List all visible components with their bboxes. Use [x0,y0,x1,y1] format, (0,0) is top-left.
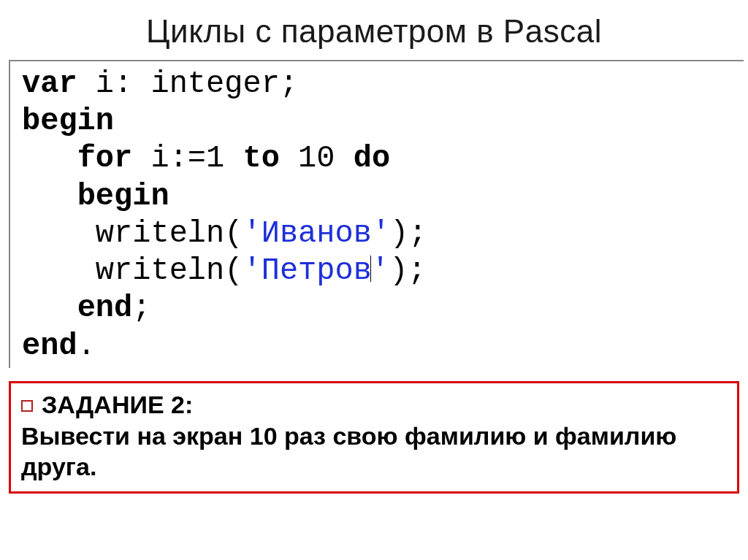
keyword-for: for [77,141,133,176]
keyword-to: to [243,141,279,176]
string-literal: 'Петров [243,253,371,288]
indent [22,141,77,176]
task-heading: ЗАДАНИЕ 2: [42,391,193,418]
keyword-var: var [22,66,77,101]
code-text: i: integer; [77,66,298,101]
code-call: writeln( [96,216,243,251]
task-heading-line: ЗАДАНИЕ 2: [21,391,727,419]
code-text: ); [389,253,426,288]
keyword-begin-inner: begin [77,179,169,214]
string-literal: 'Иванов' [243,216,390,251]
task-body: Вывести на экран 10 раз свою фамилию и ф… [21,421,727,483]
task-box: ЗАДАНИЕ 2: Вывести на экран 10 раз свою … [9,381,739,494]
keyword-end-inner: end [77,291,133,326]
keyword-end: end [22,329,77,364]
indent [22,291,77,326]
code-text: ); [390,216,427,251]
code-block: var i: integer; begin for i:=1 to 10 do … [9,60,744,368]
indent [22,179,77,214]
code-text: i:=1 [132,141,243,176]
code-text: 10 [280,141,354,176]
slide-title: Циклы с параметром в Pascal [0,13,748,50]
slide: Циклы с параметром в Pascal var i: integ… [0,0,748,560]
bullet-icon [21,400,33,412]
keyword-do: do [354,141,390,176]
keyword-begin: begin [22,104,114,139]
code-text: ; [132,291,150,326]
indent [22,216,96,251]
indent [22,253,96,288]
code-content: var i: integer; begin for i:=1 to 10 do … [22,66,744,365]
string-literal: ' [371,253,389,288]
code-call: writeln( [96,253,243,288]
code-text: . [77,329,96,364]
